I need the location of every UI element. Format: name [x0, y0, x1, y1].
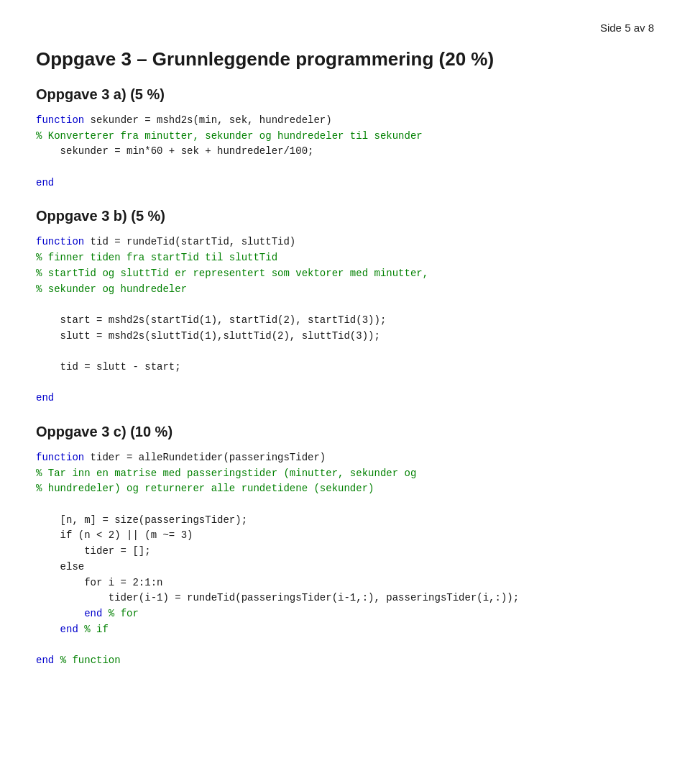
section-3c: Oppgave 3 c) (10 %) function tider = all… [36, 424, 654, 669]
code-3b-start: start = mshd2s(startTid(1), startTid(2),… [36, 314, 386, 326]
heading-3a: Oppgave 3 a) (5 %) [36, 86, 654, 103]
section-3a: Oppgave 3 a) (5 %) function sekunder = m… [36, 86, 654, 191]
code-3c-tider-empty: tider = []; [36, 545, 151, 557]
code-3b-comment3: % sekunder og hundredeler [36, 283, 187, 295]
code-3c-for: for i = 2:1:n [36, 577, 162, 588]
main-title: Oppgave 3 – Grunnleggende programmering … [36, 48, 654, 70]
code-3c-end-for: end % for [36, 608, 139, 619]
code-block-3b: function tid = rundeTid(startTid, sluttT… [36, 234, 654, 406]
code-3b-comment1: % finner tiden fra startTid til sluttTid [36, 252, 277, 263]
page-number: Side 5 av 8 [36, 22, 654, 34]
keyword-function-3c: function [36, 452, 84, 463]
code-3b-slutt: slutt = mshd2s(sluttTid(1),sluttTid(2), … [36, 330, 380, 342]
heading-3b: Oppgave 3 b) (5 %) [36, 208, 654, 224]
code-3c-end-function: end % function [36, 655, 121, 666]
section-3b: Oppgave 3 b) (5 %) function tid = rundeT… [36, 208, 654, 406]
code-3c-tider-calc: tider(i-1) = rundeTid(passeringsTider(i-… [36, 592, 519, 603]
code-3c-line1: tider = alleRundetider(passeringsTider) [84, 452, 326, 463]
keyword-function-3b: function [36, 236, 84, 247]
code-3c-if: if (n < 2) || (m ~= 3) [36, 529, 193, 541]
heading-3c: Oppgave 3 c) (10 %) [36, 424, 654, 440]
code-3b-end: end [36, 392, 54, 404]
code-3c-comment1: % Tar inn en matrise med passeringstider… [36, 468, 416, 479]
code-3c-comment2: % hundredeler) og returnerer alle rundet… [36, 483, 374, 494]
code-3a-comment1: % Konverterer fra minutter, sekunder og … [36, 130, 423, 142]
code-3c-size: [n, m] = size(passeringsTider); [36, 514, 247, 526]
code-3a-body: sekunder = min*60 + sek + hundredeler/10… [36, 145, 313, 157]
code-3c-end-if: end % if [36, 624, 109, 635]
code-block-3a: function sekunder = mshd2s(min, sek, hun… [36, 113, 654, 191]
code-3b-comment2: % startTid og sluttTid er representert s… [36, 268, 428, 279]
code-3b-tid: tid = slutt - start; [36, 361, 181, 373]
code-3a-end: end [36, 177, 54, 188]
code-3b-line1: tid = rundeTid(startTid, sluttTid) [84, 236, 295, 247]
code-block-3c: function tider = alleRundetider(passerin… [36, 450, 654, 669]
code-3a-line1: sekunder = mshd2s(min, sek, hundredeler) [84, 114, 331, 126]
keyword-function-3a: function [36, 114, 84, 126]
code-3c-else: else [36, 561, 84, 573]
